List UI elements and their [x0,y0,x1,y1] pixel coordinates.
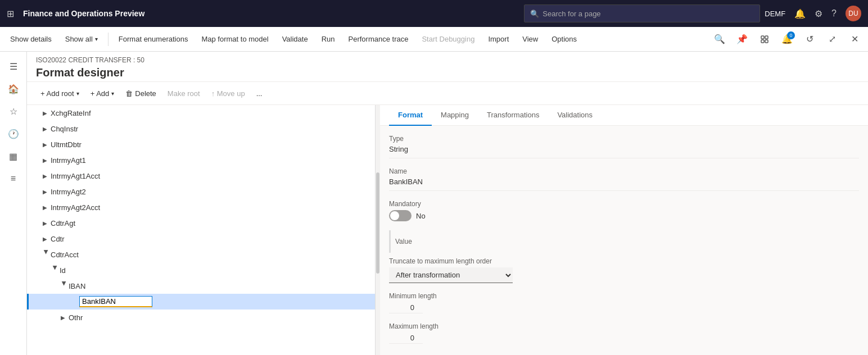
view-button[interactable]: View [517,29,544,49]
toggle-container: No [389,210,859,221]
expand-icon-ChqInstr: ▶ [40,124,49,133]
tree-item-UltmtDbtr[interactable]: ▶ UltmtDbtr [27,136,375,152]
main-content: ☰ 🏠 ☆ 🕐 ▦ ≡ ISO20022 CREDIT TRANSFER : 5… [0,52,868,355]
field-group-min-length: Minimum length [389,292,859,313]
right-panel: Format Mapping Transformations Validatio… [380,105,868,355]
min-length-input[interactable] [389,302,423,313]
make-root-button[interactable]: Make root [163,84,205,102]
main-toolbar: Show details Show all ▾ Format enumerati… [0,27,868,52]
tree-scrollbar[interactable] [376,105,380,355]
search-icon: 🔍 [530,10,539,18]
sidebar-icon-home[interactable]: 🏠 [3,79,24,99]
tree-item-Id[interactable]: ▶ Id [27,262,375,278]
refresh-icon[interactable]: ↺ [801,30,819,48]
notification-icon[interactable]: 🔔 0 [778,30,796,48]
expand-icon-IntrmyAgt1: ▶ [40,156,49,165]
tabs-bar: Format Mapping Transformations Validatio… [380,105,868,126]
add-chevron-icon: ▾ [111,90,114,97]
settings-icon[interactable]: ⚙ [815,8,822,19]
tab-mapping[interactable]: Mapping [432,105,478,126]
scrollbar-thumb [376,172,379,274]
tree-label-CdtrAcct: CdtrAcct [51,251,370,259]
search-box[interactable]: 🔍 Search for a page [524,4,760,22]
validate-button[interactable]: Validate [277,29,314,49]
page-title: Format designer [36,66,859,79]
show-details-button[interactable]: Show details [4,29,57,49]
user-name: DEMF [765,10,785,18]
toolbar-pin-icon[interactable]: 📌 [733,30,751,48]
sidebar-icon-favorites[interactable]: ☆ [3,101,24,121]
right-content: Type String Name BankIBAN Mandatory No [380,126,868,355]
action-bar: + Add root ▾ + Add ▾ 🗑 Delete Make root … [27,82,868,105]
grid-apps-icon[interactable]: ⊞ [7,8,14,19]
toolbar-right-icons: 🔍 📌 🔔 0 ↺ ⤢ ✕ [711,30,864,48]
performance-trace-button[interactable]: Performance trace [343,29,414,49]
tree-item-IntrmyAgt2Acct[interactable]: ▶ IntrmyAgt2Acct [27,199,375,215]
toolbar-separator-1 [108,33,108,46]
tree-label-CdtrAgt: CdtrAgt [51,219,370,227]
add-root-button[interactable]: + Add root ▾ [36,84,84,102]
max-length-input[interactable] [389,333,423,344]
tab-transformations[interactable]: Transformations [478,105,548,126]
toolbar-window-icon[interactable] [756,30,774,48]
value-label: Value [395,238,412,245]
delete-button[interactable]: 🗑 Delete [121,84,161,102]
options-button[interactable]: Options [546,29,582,49]
type-label: Type [389,135,859,143]
delete-icon: 🗑 [125,89,133,98]
breadcrumb: ISO20022 CREDIT TRANSFER : 50 [36,56,859,64]
tree-item-ChqInstr[interactable]: ▶ ChqInstr [27,121,375,136]
tree-edit-input-BankIBAN[interactable] [79,296,152,307]
tree-label-Othr: Othr [69,313,370,322]
value-divider[interactable] [389,230,391,253]
move-up-button[interactable]: ↑ Move up [207,84,250,102]
sidebar-icon-menu[interactable]: ☰ [3,56,24,76]
svg-rect-2 [761,40,764,43]
add-root-label: + Add root [40,89,74,98]
sidebar-icon-list[interactable]: ≡ [3,169,24,189]
tab-format[interactable]: Format [389,105,432,126]
max-length-label: Maximum length [389,322,859,330]
tree-label-IBAN: IBAN [69,282,370,290]
mandatory-toggle[interactable] [389,210,412,221]
tree-item-XchgRateInf[interactable]: ▶ XchgRateInf [27,105,375,121]
tree-item-IntrmyAgt1Acct[interactable]: ▶ IntrmyAgt1Acct [27,168,375,184]
tree-item-CdtrAgt[interactable]: ▶ CdtrAgt [27,215,375,231]
format-enumerations-button[interactable]: Format enumerations [113,29,194,49]
map-format-to-model-button[interactable]: Map format to model [196,29,274,49]
tree-item-Cdtr[interactable]: ▶ Cdtr [27,231,375,247]
truncate-dropdown[interactable]: After transformation [389,267,513,283]
tree-label-UltmtDbtr: UltmtDbtr [51,140,370,149]
more-button[interactable]: ... [252,84,267,102]
expand-icon[interactable]: ⤢ [823,30,841,48]
field-group-truncate: Truncate to maximum length order After t… [389,257,859,283]
help-icon[interactable]: ? [831,8,837,19]
sidebar-icon-workspaces[interactable]: ▦ [3,146,24,166]
user-avatar[interactable]: DU [846,6,861,21]
expand-icon-IBAN: ▶ [58,281,67,290]
tree-item-IntrmyAgt1[interactable]: ▶ IntrmyAgt1 [27,152,375,168]
show-all-button[interactable]: Show all ▾ [60,29,103,49]
import-button[interactable]: Import [482,29,514,49]
nav-right: DEMF 🔔 ⚙ ? DU [765,6,861,21]
mandatory-label: Mandatory [389,200,859,208]
type-value: String [389,145,859,158]
mandatory-value: No [416,212,426,220]
tree-item-CdtrAcct[interactable]: ▶ CdtrAcct [27,247,375,262]
tree-item-BankIBAN[interactable]: ▶ [27,294,375,310]
tree-item-Othr[interactable]: ▶ Othr [27,310,375,325]
expand-icon-IntrmyAgt2: ▶ [40,187,49,196]
close-icon[interactable]: ✕ [846,30,864,48]
run-button[interactable]: Run [316,29,341,49]
sidebar-icon-recent[interactable]: 🕐 [3,124,24,144]
bell-icon[interactable]: 🔔 [794,8,806,19]
tree-item-IBAN[interactable]: ▶ IBAN [27,278,375,294]
add-label: + Add [91,89,110,98]
toolbar-search-icon[interactable]: 🔍 [711,30,729,48]
tab-validations[interactable]: Validations [548,105,602,126]
add-button[interactable]: + Add ▾ [86,84,119,102]
tree-item-IntrmyAgt2[interactable]: ▶ IntrmyAgt2 [27,184,375,199]
start-debugging-button[interactable]: Start Debugging [416,29,480,49]
page-header: ISO20022 CREDIT TRANSFER : 50 Format des… [27,52,868,82]
field-group-type: Type String [389,135,859,158]
